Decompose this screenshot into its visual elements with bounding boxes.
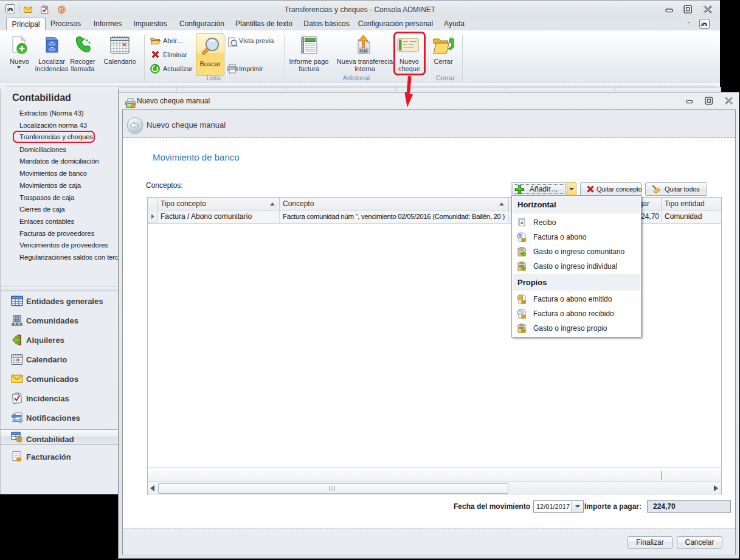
svg-text:N34: N34 (360, 49, 367, 53)
svg-text:H: H (519, 235, 521, 238)
